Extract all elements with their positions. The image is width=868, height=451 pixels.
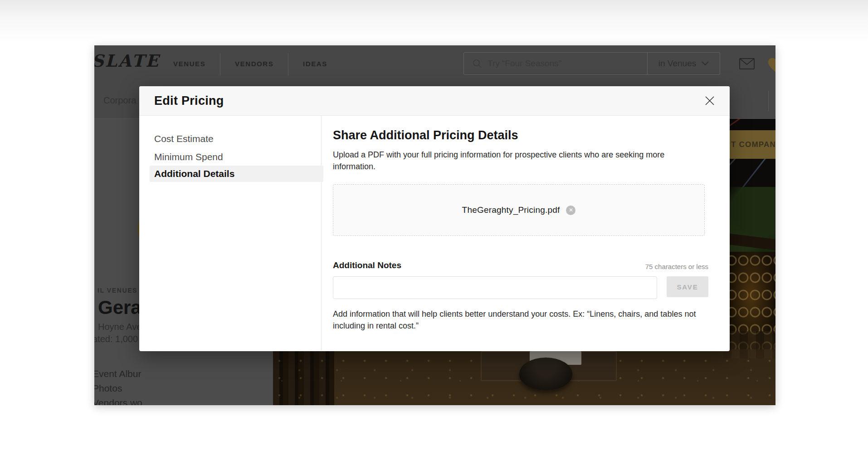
uploaded-file-name: TheGeraghty_Pricing.pdf xyxy=(462,205,560,215)
content-heading: Share Additional Pricing Details xyxy=(333,128,719,142)
modal-title: Edit Pricing xyxy=(154,94,224,108)
nav-venues[interactable]: VENUES xyxy=(173,60,205,68)
chevron-down-icon xyxy=(702,61,709,66)
search-scope-label: in Venues xyxy=(658,59,696,69)
subnav-divider xyxy=(768,91,769,111)
tab-cost-estimate[interactable]: Cost Estimate xyxy=(139,131,334,147)
photo-tables xyxy=(723,331,775,358)
venue-link-event-albums[interactable]: Event Albur xyxy=(94,368,141,379)
search-scope-dropdown[interactable]: in Venues xyxy=(647,53,720,74)
site-logo[interactable]: SLATE xyxy=(94,51,160,71)
venue-address: Hoyne Ave xyxy=(98,322,141,332)
modal-content: Share Additional Pricing Details Upload … xyxy=(322,116,730,351)
modal-sidebar: Cost Estimate Minimum Spend Additional D… xyxy=(139,116,322,351)
modal-body: Cost Estimate Minimum Spend Additional D… xyxy=(139,116,730,351)
nav-divider xyxy=(288,53,288,76)
notes-input-row: SAVE xyxy=(333,276,719,299)
site-search: in Venues xyxy=(463,52,720,75)
nav-divider xyxy=(220,53,220,76)
search-icon xyxy=(472,59,482,69)
tab-additional-details[interactable]: Additional Details xyxy=(150,166,323,182)
search-input[interactable] xyxy=(488,59,624,69)
remove-file-icon[interactable]: ✕ xyxy=(566,206,575,215)
notes-header-row: Additional Notes 75 characters or less xyxy=(333,260,708,270)
venue-link-photos[interactable]: Photos xyxy=(94,383,122,394)
nav-vendors[interactable]: VENDORS xyxy=(235,60,273,68)
tab-minimum-spend[interactable]: Minimum Spend xyxy=(139,149,334,165)
modal-header: Edit Pricing xyxy=(139,86,730,116)
additional-notes-label: Additional Notes xyxy=(333,260,401,270)
breadcrumb[interactable]: Corpora xyxy=(103,95,136,106)
photo-ottoman xyxy=(519,358,572,390)
venue-capacity: ated: 1,000 xyxy=(94,334,138,344)
edit-pricing-modal: Edit Pricing Cost Estimate Minimum Spend… xyxy=(139,86,730,351)
favorites-heart-icon[interactable] xyxy=(767,57,775,74)
search-field-area[interactable] xyxy=(464,53,647,74)
additional-notes-input[interactable] xyxy=(333,276,657,299)
save-button[interactable]: SAVE xyxy=(667,276,708,297)
messages-envelope-icon[interactable] xyxy=(739,58,755,69)
nav-ideas[interactable]: IDEAS xyxy=(303,60,327,68)
venue-category: , IL VENUES xyxy=(94,287,137,294)
character-limit-hint: 75 characters or less xyxy=(645,263,708,270)
venue-link-vendors[interactable]: Vendors wo xyxy=(94,397,142,405)
content-description: Upload a PDF with your full pricing info… xyxy=(333,149,701,172)
pdf-upload-dropzone[interactable]: TheGeraghty_Pricing.pdf ✕ xyxy=(333,184,705,236)
notes-helper-text: Add information that will help clients b… xyxy=(333,308,719,332)
close-icon[interactable] xyxy=(702,93,718,109)
